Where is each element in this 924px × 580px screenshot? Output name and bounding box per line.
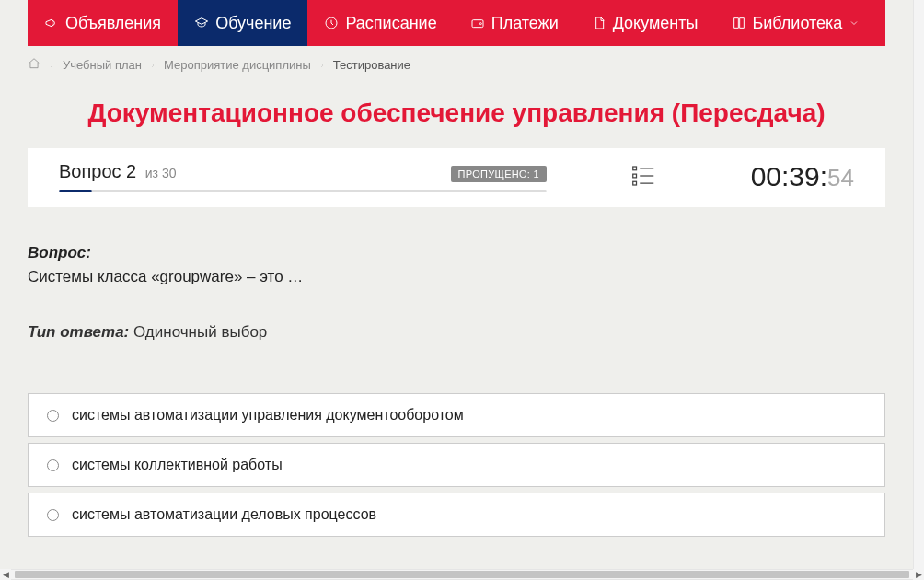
svg-rect-3 <box>633 167 637 170</box>
chevron-right-icon <box>48 58 55 72</box>
question-current-number: 2 <box>126 161 136 181</box>
vertical-scrollbar[interactable] <box>913 0 924 569</box>
answer-options: системы автоматизации управления докумен… <box>0 351 913 537</box>
breadcrumb-item-current: Тестирование <box>333 58 410 72</box>
radio-icon[interactable] <box>47 509 59 521</box>
nav-library[interactable]: Библиотека <box>715 0 877 46</box>
breadcrumb: Учебный план Мероприятие дисциплины Тест… <box>0 46 913 82</box>
answer-type-value: Одиночный выбор <box>129 323 267 341</box>
nav-label: Расписание <box>345 14 436 33</box>
radio-icon[interactable] <box>47 459 59 471</box>
answer-option[interactable]: системы коллективной работы <box>28 443 885 487</box>
wallet-icon <box>470 16 485 30</box>
question-list-icon[interactable] <box>629 162 657 192</box>
nav-documents[interactable]: Документы <box>575 0 715 46</box>
chevron-right-icon <box>318 58 326 72</box>
breadcrumb-item[interactable]: Мероприятие дисциплины <box>164 58 311 72</box>
question-label-prefix: Вопрос <box>59 161 126 181</box>
nav-education[interactable]: Обучение <box>178 0 307 46</box>
home-icon[interactable] <box>28 57 40 73</box>
nav-schedule[interactable]: Расписание <box>307 0 453 46</box>
nav-announcements[interactable]: Объявления <box>28 0 178 46</box>
megaphone-icon <box>44 16 59 30</box>
answer-type-label: Тип ответа: <box>28 323 129 341</box>
answer-option-text: системы автоматизации деловых процессов <box>72 506 376 523</box>
chevron-right-icon <box>149 58 156 72</box>
answer-option-text: системы автоматизации управления докумен… <box>72 407 464 423</box>
svg-rect-7 <box>633 181 637 185</box>
radio-icon[interactable] <box>47 410 59 422</box>
answer-option[interactable]: системы автоматизации управления докумен… <box>28 393 885 437</box>
page-title: Документационное обеспечение управления … <box>0 82 913 148</box>
horizontal-scrollbar[interactable]: ◀ ▶ <box>0 569 924 580</box>
question-total-number: 30 <box>162 166 177 180</box>
nav-label: Библиотека <box>753 14 843 33</box>
test-status-card: Вопрос 2 из 30 ПРОПУЩЕНО: 1 <box>28 148 885 207</box>
question-text: Системы класса «groupware» – это … <box>28 268 885 286</box>
scrollbar-thumb[interactable] <box>15 571 909 578</box>
answer-option-text: системы коллективной работы <box>72 457 283 473</box>
nav-label: Объявления <box>65 14 161 33</box>
question-total-prefix: из <box>145 166 162 180</box>
progress-bar-fill <box>59 190 92 192</box>
scrollbar-track[interactable] <box>11 569 913 580</box>
graduation-cap-icon <box>194 16 209 30</box>
nav-label: Платежи <box>491 14 559 33</box>
scroll-left-arrow-icon[interactable]: ◀ <box>0 569 11 580</box>
svg-rect-5 <box>633 174 637 178</box>
clock-icon <box>324 16 339 30</box>
document-icon <box>592 16 606 30</box>
nav-payments[interactable]: Платежи <box>454 0 575 46</box>
breadcrumb-item[interactable]: Учебный план <box>63 58 142 72</box>
timer-main: 00:39: <box>751 161 827 192</box>
main-navbar: Объявления Обучение Расписание <box>28 0 885 46</box>
progress-bar <box>59 190 547 192</box>
chevron-down-icon <box>849 14 860 33</box>
answer-option[interactable]: системы автоматизации деловых процессов <box>28 493 885 537</box>
skipped-badge: ПРОПУЩЕНО: 1 <box>451 166 547 182</box>
book-icon <box>732 16 746 30</box>
main-viewport[interactable]: Объявления Обучение Расписание <box>0 0 913 569</box>
svg-point-2 <box>479 23 481 25</box>
question-counter: Вопрос 2 из 30 <box>59 161 177 182</box>
nav-label: Документы <box>613 14 699 33</box>
question-heading: Вопрос: <box>28 244 885 262</box>
countdown-timer: 00:39:54 <box>751 161 854 192</box>
scroll-right-arrow-icon[interactable]: ▶ <box>913 569 924 580</box>
timer-seconds: 54 <box>827 164 854 192</box>
nav-label: Обучение <box>215 14 291 33</box>
